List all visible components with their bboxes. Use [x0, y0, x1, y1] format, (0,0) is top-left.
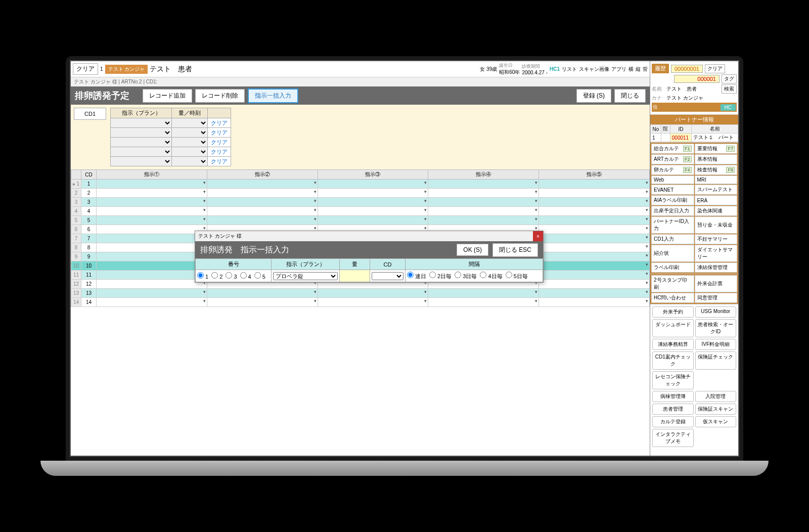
menu-item[interactable]: 外来会計票: [695, 275, 738, 292]
number-radio[interactable]: 1: [197, 272, 208, 280]
action-button[interactable]: USG Monitor: [695, 306, 737, 318]
action-button[interactable]: 仮スキャン: [695, 416, 737, 427]
action-button[interactable]: インタラクティブメモ: [652, 429, 694, 447]
menu-item[interactable]: 同意管理: [695, 293, 738, 303]
menu-item[interactable]: 基本情報: [695, 154, 738, 164]
register-button[interactable]: 登録 (S): [576, 89, 611, 103]
number-radio-group[interactable]: 1 2 3 4 5: [197, 272, 269, 280]
action-button[interactable]: ダッシュボード: [652, 319, 694, 337]
tate[interactable]: 縦: [636, 66, 641, 73]
menu-item[interactable]: スパームテスト: [695, 185, 738, 195]
action-button[interactable]: 病棟管理簿: [652, 391, 694, 402]
menu-item[interactable]: ラベル印刷: [651, 262, 694, 273]
clear-button[interactable]: クリア: [73, 63, 98, 75]
action-button[interactable]: 患者検索・オークID: [695, 319, 737, 337]
close-icon[interactable]: ×: [533, 231, 543, 241]
menu-item[interactable]: CD1入力: [651, 234, 694, 244]
search-button[interactable]: 検索: [722, 84, 737, 94]
plan-select[interactable]: プロベラ錠: [273, 272, 338, 280]
modal-close-button[interactable]: 閉じる ESC: [492, 243, 538, 257]
interval-radio-group[interactable]: 連日 2日毎 3日毎 4日毎 5日毎: [407, 272, 541, 280]
menu-item[interactable]: AIAラベル印刷: [651, 195, 694, 205]
action-button[interactable]: 凍結事務精算: [652, 339, 694, 350]
grid-header: 指示①: [97, 170, 207, 180]
menu-item[interactable]: 総合カルテF1: [651, 144, 694, 154]
menu-item[interactable]: ARTカルテF2: [651, 154, 694, 164]
menu-item[interactable]: 凍結保管管理: [695, 262, 738, 273]
add-record-button[interactable]: レコード追加: [143, 89, 192, 103]
qty-select-4[interactable]: [172, 147, 207, 156]
menu-item[interactable]: 2号スタンプ印刷: [651, 275, 694, 292]
close-button[interactable]: 閉じる: [614, 89, 646, 103]
action-button[interactable]: IVF料金明細: [695, 339, 737, 350]
interval-radio[interactable]: 4日毎: [480, 272, 502, 280]
action-button[interactable]: レセコン保険チェック: [652, 371, 694, 389]
action-button[interactable]: 保険証チェック: [695, 351, 737, 370]
yoko[interactable]: 横: [628, 66, 634, 73]
menu-item[interactable]: ダイエットサマリー: [695, 245, 738, 262]
ok-button[interactable]: OK (S): [457, 244, 488, 256]
interval-radio[interactable]: 連日: [407, 272, 426, 280]
qty-select-5[interactable]: [172, 157, 207, 166]
action-button[interactable]: CD1案内チェック: [652, 351, 694, 370]
menu-item[interactable]: MRI: [695, 175, 738, 184]
qty-input[interactable]: [341, 272, 368, 280]
table-row[interactable]: 33: [71, 198, 650, 207]
hai[interactable]: 背: [643, 66, 648, 73]
qty-select-2[interactable]: [172, 128, 207, 137]
action-button[interactable]: 患者管理: [652, 404, 694, 415]
number-radio[interactable]: 3: [226, 272, 237, 280]
table-row[interactable]: 1313: [71, 289, 650, 298]
clear-link-1[interactable]: クリア: [208, 120, 231, 126]
cd-select[interactable]: [372, 272, 403, 280]
clear-button-r[interactable]: クリア: [705, 64, 725, 73]
menu-item[interactable]: 預り金・未収金: [695, 216, 738, 234]
clear-link-3[interactable]: クリア: [208, 139, 231, 145]
action-button[interactable]: 入院管理: [695, 391, 737, 402]
table-row[interactable]: 22: [71, 189, 650, 198]
action-button[interactable]: カルテ登録: [652, 416, 694, 427]
menu-item[interactable]: 検査情報F8: [695, 165, 738, 175]
app-label[interactable]: アプリ: [611, 66, 626, 73]
action-button[interactable]: 外来予約: [652, 306, 694, 318]
menu-item[interactable]: 出産予定日入力: [651, 206, 694, 216]
menu-item[interactable]: ERA: [695, 195, 738, 205]
clear-link-5[interactable]: クリア: [208, 158, 231, 164]
qty-select-3[interactable]: [172, 138, 207, 147]
menu-item[interactable]: パートナーID入力: [651, 216, 694, 234]
plan-select-1[interactable]: [111, 118, 171, 127]
clear-link-2[interactable]: クリア: [208, 129, 231, 136]
number-radio[interactable]: 4: [240, 272, 251, 280]
plan-select-2[interactable]: [111, 128, 171, 137]
menu-item[interactable]: 重要情報F7: [695, 144, 738, 154]
menu-item[interactable]: 紹介状: [651, 245, 694, 262]
list-label[interactable]: リスト: [562, 66, 577, 73]
col-num: 番号: [196, 259, 272, 270]
menu-item[interactable]: HC問い合わせ: [651, 293, 694, 303]
table-row[interactable]: 55: [71, 216, 650, 225]
delete-record-button[interactable]: レコード削除: [195, 89, 245, 103]
scan-label[interactable]: スキャン画像: [579, 66, 609, 73]
menu-item[interactable]: EVANET: [651, 185, 694, 195]
tag-button[interactable]: タグ: [722, 74, 737, 83]
action-button[interactable]: 保険証スキャン: [695, 404, 737, 415]
menu-item[interactable]: 染色体関連: [695, 206, 738, 216]
table-row[interactable]: 1414: [71, 298, 650, 307]
plan-select-3[interactable]: [111, 138, 171, 147]
table-row[interactable]: 44: [71, 207, 650, 216]
interval-radio[interactable]: 5日毎: [506, 272, 528, 280]
number-radio[interactable]: 5: [254, 272, 265, 280]
interval-radio[interactable]: 3日毎: [455, 272, 477, 280]
plan-select-5[interactable]: [111, 157, 171, 166]
id-field[interactable]: 000001: [674, 75, 720, 83]
menu-item[interactable]: Web: [651, 175, 694, 184]
table-row[interactable]: ▸ 11: [71, 180, 650, 189]
menu-item[interactable]: 卵カルテF4: [651, 165, 694, 175]
plan-select-4[interactable]: [111, 147, 171, 156]
clear-link-4[interactable]: クリア: [208, 149, 231, 155]
qty-select-1[interactable]: [172, 118, 207, 127]
menu-item[interactable]: 不妊サマリー: [695, 234, 738, 244]
number-radio[interactable]: 2: [211, 272, 222, 280]
batch-input-button[interactable]: 指示一括入力: [248, 88, 298, 103]
interval-radio[interactable]: 2日毎: [429, 272, 452, 280]
